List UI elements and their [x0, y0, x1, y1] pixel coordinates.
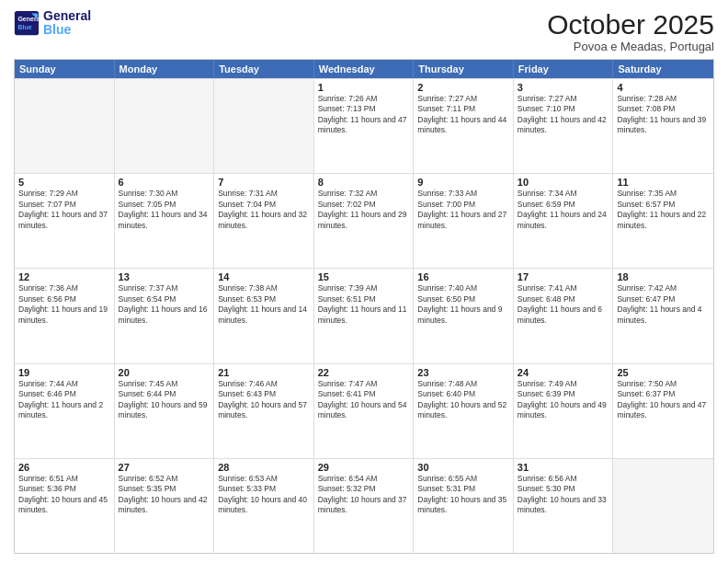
cal-cell: 3Sunrise: 7:27 AMSunset: 7:10 PMDaylight… [514, 79, 614, 173]
header-day-wednesday: Wednesday [314, 60, 415, 78]
header-day-tuesday: Tuesday [214, 60, 314, 78]
cal-cell: 6Sunrise: 7:30 AMSunset: 7:05 PMDaylight… [115, 174, 215, 268]
day-number: 7 [218, 177, 310, 188]
day-number: 12 [18, 271, 110, 282]
cell-info: Sunrise: 7:28 AMSunset: 7:08 PMDaylight:… [617, 94, 710, 136]
day-number: 10 [518, 177, 609, 188]
day-number: 1 [318, 82, 410, 93]
cell-info: Sunrise: 7:35 AMSunset: 6:57 PMDaylight:… [617, 189, 710, 231]
day-number: 9 [417, 177, 509, 188]
cal-cell: 9Sunrise: 7:33 AMSunset: 7:00 PMDaylight… [414, 174, 514, 268]
day-number: 15 [318, 271, 410, 282]
cell-info: Sunrise: 7:50 AMSunset: 6:37 PMDaylight:… [617, 379, 710, 421]
month-title: October 2025 [547, 9, 714, 40]
logo-text: General Blue [43, 9, 91, 38]
day-number: 29 [318, 462, 410, 473]
day-number: 21 [218, 367, 310, 378]
logo: General Blue General Blue [14, 9, 91, 38]
cal-row-2: 12Sunrise: 7:36 AMSunset: 6:56 PMDayligh… [15, 268, 713, 362]
cal-cell: 10Sunrise: 7:34 AMSunset: 6:59 PMDayligh… [514, 174, 614, 268]
calendar-body: 1Sunrise: 7:26 AMSunset: 7:13 PMDaylight… [15, 78, 713, 553]
cal-cell: 21Sunrise: 7:46 AMSunset: 6:43 PMDayligh… [214, 364, 314, 458]
cell-info: Sunrise: 7:33 AMSunset: 7:00 PMDaylight:… [417, 189, 509, 231]
cell-info: Sunrise: 7:45 AMSunset: 6:44 PMDaylight:… [119, 379, 210, 421]
day-number: 14 [218, 271, 310, 282]
header-day-monday: Monday [115, 60, 215, 78]
cell-info: Sunrise: 7:34 AMSunset: 6:59 PMDaylight:… [518, 189, 609, 231]
cal-cell: 24Sunrise: 7:49 AMSunset: 6:39 PMDayligh… [514, 364, 614, 458]
day-number: 2 [417, 82, 509, 93]
cal-cell: 27Sunrise: 6:52 AMSunset: 5:35 PMDayligh… [115, 459, 215, 553]
day-number: 31 [518, 462, 609, 473]
cal-cell: 17Sunrise: 7:41 AMSunset: 6:48 PMDayligh… [514, 269, 614, 362]
day-number: 23 [417, 367, 509, 378]
cell-info: Sunrise: 7:31 AMSunset: 7:04 PMDaylight:… [218, 189, 310, 231]
day-number: 19 [18, 367, 110, 378]
header: General Blue General Blue October 2025 P… [14, 9, 714, 53]
cal-cell [15, 79, 115, 173]
day-number: 5 [18, 177, 110, 188]
header-day-sunday: Sunday [15, 60, 115, 78]
cal-cell: 26Sunrise: 6:51 AMSunset: 5:36 PMDayligh… [15, 459, 115, 553]
cell-info: Sunrise: 7:47 AMSunset: 6:41 PMDaylight:… [318, 379, 410, 421]
cal-row-1: 5Sunrise: 7:29 AMSunset: 7:07 PMDaylight… [15, 173, 713, 268]
cell-info: Sunrise: 6:54 AMSunset: 5:32 PMDaylight:… [318, 474, 410, 516]
title-block: October 2025 Povoa e Meadas, Portugal [547, 9, 714, 53]
cell-info: Sunrise: 7:37 AMSunset: 6:54 PMDaylight:… [119, 283, 210, 326]
cal-cell [613, 459, 713, 553]
cal-cell: 30Sunrise: 6:55 AMSunset: 5:31 PMDayligh… [414, 459, 514, 553]
cell-info: Sunrise: 7:27 AMSunset: 7:10 PMDaylight:… [518, 94, 609, 136]
cal-cell: 28Sunrise: 6:53 AMSunset: 5:33 PMDayligh… [214, 459, 314, 553]
cal-cell: 2Sunrise: 7:27 AMSunset: 7:11 PMDaylight… [414, 79, 514, 173]
cal-cell: 25Sunrise: 7:50 AMSunset: 6:37 PMDayligh… [613, 364, 713, 458]
logo-line2: Blue [43, 23, 91, 37]
cal-cell [214, 79, 314, 173]
day-number: 30 [417, 462, 509, 473]
cal-cell: 7Sunrise: 7:31 AMSunset: 7:04 PMDaylight… [214, 174, 314, 268]
cal-cell: 16Sunrise: 7:40 AMSunset: 6:50 PMDayligh… [414, 269, 514, 362]
day-number: 24 [518, 367, 609, 378]
cal-row-3: 19Sunrise: 7:44 AMSunset: 6:46 PMDayligh… [15, 363, 713, 458]
day-number: 6 [119, 177, 210, 188]
header-day-thursday: Thursday [414, 60, 514, 78]
cell-info: Sunrise: 6:53 AMSunset: 5:33 PMDaylight:… [218, 474, 310, 516]
cal-cell: 5Sunrise: 7:29 AMSunset: 7:07 PMDaylight… [15, 174, 115, 268]
cal-cell: 8Sunrise: 7:32 AMSunset: 7:02 PMDaylight… [314, 174, 415, 268]
cell-info: Sunrise: 6:52 AMSunset: 5:35 PMDaylight:… [119, 474, 210, 516]
page: General Blue General Blue October 2025 P… [0, 0, 728, 563]
day-number: 4 [617, 82, 710, 93]
cal-cell: 31Sunrise: 6:56 AMSunset: 5:30 PMDayligh… [514, 459, 614, 553]
day-number: 13 [119, 271, 210, 282]
calendar-header: SundayMondayTuesdayWednesdayThursdayFrid… [15, 60, 713, 78]
cal-cell: 13Sunrise: 7:37 AMSunset: 6:54 PMDayligh… [115, 269, 215, 362]
cell-info: Sunrise: 7:41 AMSunset: 6:48 PMDaylight:… [518, 283, 609, 326]
day-number: 11 [617, 177, 710, 188]
cell-info: Sunrise: 7:49 AMSunset: 6:39 PMDaylight:… [518, 379, 609, 421]
header-day-friday: Friday [514, 60, 614, 78]
header-day-saturday: Saturday [613, 60, 713, 78]
cal-cell: 18Sunrise: 7:42 AMSunset: 6:47 PMDayligh… [613, 269, 713, 362]
day-number: 17 [518, 271, 609, 282]
day-number: 8 [318, 177, 410, 188]
day-number: 27 [119, 462, 210, 473]
cell-info: Sunrise: 7:48 AMSunset: 6:40 PMDaylight:… [417, 379, 509, 421]
cell-info: Sunrise: 7:46 AMSunset: 6:43 PMDaylight:… [218, 379, 310, 421]
cell-info: Sunrise: 7:40 AMSunset: 6:50 PMDaylight:… [417, 283, 509, 326]
cell-info: Sunrise: 7:42 AMSunset: 6:47 PMDaylight:… [617, 283, 710, 326]
cal-cell: 29Sunrise: 6:54 AMSunset: 5:32 PMDayligh… [314, 459, 415, 553]
cell-info: Sunrise: 7:29 AMSunset: 7:07 PMDaylight:… [18, 189, 110, 231]
cell-info: Sunrise: 7:27 AMSunset: 7:11 PMDaylight:… [417, 94, 509, 136]
cell-info: Sunrise: 7:38 AMSunset: 6:53 PMDaylight:… [218, 283, 310, 326]
cal-cell: 14Sunrise: 7:38 AMSunset: 6:53 PMDayligh… [214, 269, 314, 362]
calendar: SundayMondayTuesdayWednesdayThursdayFrid… [14, 59, 714, 554]
day-number: 28 [218, 462, 310, 473]
cell-info: Sunrise: 7:44 AMSunset: 6:46 PMDaylight:… [18, 379, 110, 421]
day-number: 25 [617, 367, 710, 378]
day-number: 18 [617, 271, 710, 282]
cell-info: Sunrise: 7:30 AMSunset: 7:05 PMDaylight:… [119, 189, 210, 231]
cal-cell: 12Sunrise: 7:36 AMSunset: 6:56 PMDayligh… [15, 269, 115, 362]
cal-row-0: 1Sunrise: 7:26 AMSunset: 7:13 PMDaylight… [15, 78, 713, 173]
day-number: 22 [318, 367, 410, 378]
cell-info: Sunrise: 7:26 AMSunset: 7:13 PMDaylight:… [318, 94, 410, 136]
cal-cell: 11Sunrise: 7:35 AMSunset: 6:57 PMDayligh… [613, 174, 713, 268]
